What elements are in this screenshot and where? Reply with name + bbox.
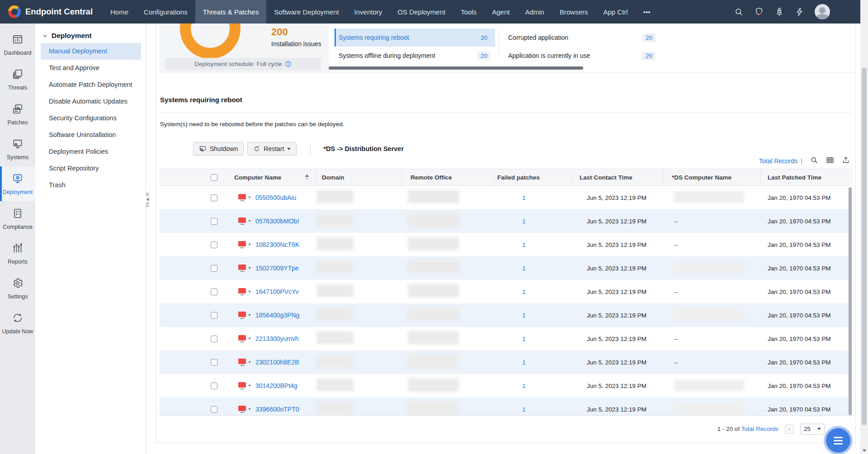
table-row[interactable]: 2302100h8E2B 1 Jun 5, 2023 12:19 PM -- J… [160,350,852,374]
chevron-down-icon[interactable] [248,291,251,293]
status-filter[interactable]: Corrupted application 20 [504,28,660,47]
table-row[interactable]: 0576300bMObI 1 Jun 5, 2023 12:19 PM -- J… [160,209,852,233]
sidebar-item[interactable]: Security Configurations [41,110,141,127]
computer-icon[interactable] [238,359,246,364]
computer-icon[interactable] [238,335,246,340]
status-count[interactable]: 20 [477,33,491,42]
rail-item-threats[interactable]: Threats [0,62,35,97]
scrollbar-down-arrow[interactable] [863,449,866,452]
nav-item[interactable]: Tools [453,0,484,24]
chevron-down-icon[interactable] [248,338,251,340]
sidebar-item[interactable]: Test and Approve [41,60,141,76]
sidebar-item[interactable]: Automate Patch Deployment [41,76,141,93]
column-chooser-icon[interactable] [826,156,834,166]
nav-item[interactable]: Admin [517,0,552,24]
row-checkbox[interactable] [211,241,217,248]
chevron-down-icon[interactable] [248,361,251,363]
status-count[interactable]: 20 [642,33,656,42]
column-header-remote-office[interactable]: Remote Office [401,169,494,185]
restart-button[interactable]: Restart [247,142,297,156]
failed-patches-link[interactable]: 1 [522,406,526,413]
apps-grid-icon[interactable] [840,7,849,16]
rail-item-update-now[interactable]: Update Now [0,306,35,340]
search-icon[interactable] [734,7,744,17]
page-size-select[interactable]: 25 [800,424,825,435]
status-count[interactable]: 20 [477,52,491,60]
chevron-down-icon[interactable] [248,385,251,387]
floating-menu-button[interactable] [826,428,850,453]
nav-item[interactable]: Browsers [552,0,596,24]
computer-name-link[interactable]: 1082300NcT6K [255,241,299,248]
column-header-last-contact-time[interactable]: Last Contact Time [573,169,664,185]
column-header-computer-name[interactable]: Computer Name [233,169,316,185]
computer-icon[interactable] [238,241,246,246]
rail-item-compliance[interactable]: Compliance [0,201,35,236]
nav-item[interactable]: Home [103,0,136,24]
nav-item[interactable]: OS Deployment [390,0,453,24]
nav-item[interactable]: Configurations [136,0,195,24]
nav-item[interactable]: ••• [636,0,658,24]
chevron-down-icon[interactable] [248,244,251,246]
rail-item-reports[interactable]: Reports [0,236,35,271]
info-icon[interactable] [285,61,292,67]
rail-item-settings[interactable]: Settings [0,271,35,306]
chevron-down-icon[interactable] [248,197,251,199]
sort-icon[interactable] [305,175,309,180]
failed-patches-link[interactable]: 1 [522,359,526,366]
table-row[interactable]: 3396600oTPT0 1 Jun 5, 2023 12:19 PM Jan … [160,397,852,416]
row-checkbox[interactable] [211,312,217,319]
chevron-down-icon[interactable] [248,314,251,316]
table-row[interactable]: 2213300yumvh 1 Jun 5, 2023 12:19 PM -- J… [160,327,852,350]
installation-issues-donut-chart[interactable] [180,24,241,59]
computer-name-link[interactable]: 3396600oTPT0 [255,406,299,413]
computer-icon[interactable] [238,312,246,317]
row-checkbox[interactable] [211,359,217,366]
sidebar-item[interactable]: Trash [41,177,141,194]
rail-item-systems[interactable]: Systems [0,132,35,166]
computer-icon[interactable] [238,288,246,293]
sidebar-item[interactable]: Manual Deployment [41,43,141,60]
sidebar-item[interactable]: Software Uninstallation [41,127,141,143]
nav-item[interactable]: App Ctrl [595,0,635,24]
row-checkbox[interactable] [211,194,217,201]
sidebar-collapse-handle[interactable] [145,192,150,207]
nav-item[interactable]: Agent [484,0,517,24]
computer-icon[interactable] [238,194,246,199]
chevron-down-icon[interactable] [248,267,251,269]
computer-name-link[interactable]: 1856400g3PNg [255,312,299,319]
horizontal-scrollbar[interactable] [329,66,583,70]
table-search-icon[interactable] [810,156,818,166]
chevron-down-icon[interactable] [248,408,251,410]
table-row[interactable]: 1082300NcT6K 1 Jun 5, 2023 12:19 PM -- J… [160,233,852,256]
total-records-link[interactable]: Total Records [741,426,778,432]
computer-name-link[interactable]: 3014200BPt4g [255,382,297,389]
sidebar-item[interactable]: Script Repository [41,160,141,177]
sidebar-item[interactable]: Deployment Policies [41,143,141,160]
failed-patches-link[interactable]: 1 [522,241,526,248]
row-checkbox[interactable] [211,383,217,389]
chevron-down-icon[interactable] [287,148,291,150]
computer-icon[interactable] [238,265,246,270]
scrollbar-thumb[interactable] [862,68,867,425]
status-filter[interactable]: Application is currently in use 20 [504,47,660,65]
computer-icon[interactable] [238,382,246,388]
table-row[interactable]: 15027009YTpe 1 Jun 5, 2023 12:19 PM Jan … [160,256,852,280]
column-header-failed-patches[interactable]: Failed patches [494,169,573,185]
computer-icon[interactable] [238,218,246,223]
user-avatar[interactable] [815,4,830,19]
flash-icon[interactable] [795,7,804,17]
computer-name-link[interactable]: 0550500ubAiu [255,194,296,201]
table-row[interactable]: 1856400g3PNg 1 Jun 5, 2023 12:19 PM Jan … [160,303,852,327]
rail-item-patches[interactable]: Patches [0,97,35,132]
previous-page-button[interactable]: ‹ [785,425,794,434]
row-checkbox[interactable] [211,218,217,225]
status-count[interactable]: 20 [642,52,656,60]
column-header-ds-computer-name[interactable]: *DS Computer Name [664,169,761,185]
table-row[interactable]: 3014200BPt4g 1 Jun 5, 2023 12:19 PM Jan … [160,374,852,397]
row-checkbox[interactable] [211,288,217,295]
computer-name-link[interactable]: 2302100h8E2B [255,359,299,366]
sidebar-item[interactable]: Disable Automatic Updates [41,93,141,110]
rail-item-dashboard[interactable]: Dashboard [0,27,35,62]
failed-patches-link[interactable]: 1 [522,336,526,342]
row-checkbox[interactable] [211,336,217,342]
